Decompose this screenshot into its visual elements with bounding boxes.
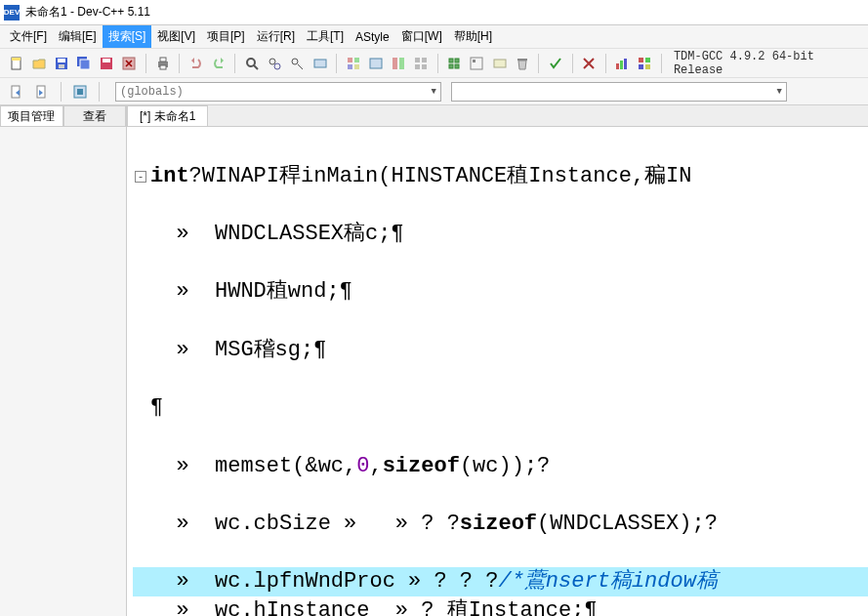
- code-text: wc.cbSize » » ? ?: [215, 512, 460, 536]
- menu-file[interactable]: 文件[F]: [4, 25, 53, 48]
- svg-rect-23: [393, 58, 397, 69]
- svg-rect-33: [471, 58, 482, 69]
- menu-search[interactable]: 搜索[S]: [103, 25, 152, 48]
- chart-icon[interactable]: [612, 53, 633, 74]
- code-text: MSG稽sg;: [215, 338, 313, 362]
- save-as-icon[interactable]: [97, 53, 117, 74]
- svg-rect-12: [160, 65, 166, 69]
- code-text: wc.hInstance » ? 稙Instance;: [215, 598, 584, 616]
- code-text: ,: [369, 454, 382, 478]
- svg-rect-25: [415, 58, 420, 62]
- code-text: sizeof: [383, 454, 460, 478]
- debug-step-icon[interactable]: [467, 53, 487, 74]
- svg-rect-22: [370, 59, 382, 68]
- toolbar-main: TDM-GCC 4.9.2 64-bit Release: [0, 49, 868, 78]
- svg-rect-21: [354, 64, 359, 69]
- menu-window[interactable]: 窗口[W]: [395, 25, 448, 48]
- menu-view[interactable]: 视图[V]: [151, 25, 201, 48]
- main-area: 项目管理 查看 [*] 未命名1 -int?WINAPI稈inMain(HINS…: [0, 105, 868, 616]
- replace-icon[interactable]: [265, 53, 285, 74]
- svg-rect-26: [422, 58, 427, 62]
- fold-icon[interactable]: -: [135, 171, 146, 183]
- save-all-icon[interactable]: [74, 53, 95, 74]
- menu-run[interactable]: 运行[R]: [251, 25, 301, 48]
- sidebar: 项目管理 查看: [0, 105, 127, 616]
- svg-rect-40: [639, 58, 643, 62]
- chevron-down-icon: ▼: [432, 87, 436, 97]
- svg-point-15: [274, 63, 280, 69]
- bookmark-back-icon[interactable]: [6, 81, 27, 103]
- editor-tab-1[interactable]: [*] 未命名1: [127, 105, 208, 126]
- app-icon: DEV: [4, 5, 20, 21]
- profile-icon[interactable]: [489, 53, 510, 74]
- trash-icon[interactable]: [512, 53, 532, 74]
- globals-dropdown-value: (globals): [120, 85, 184, 99]
- svg-rect-3: [58, 59, 65, 62]
- symbol-dropdown[interactable]: ▼: [451, 82, 787, 102]
- cancel-icon[interactable]: [578, 53, 599, 74]
- check-icon[interactable]: [545, 53, 565, 74]
- redo-icon[interactable]: [208, 53, 228, 74]
- svg-rect-27: [415, 64, 420, 69]
- print-icon[interactable]: [152, 53, 173, 74]
- insert-icon[interactable]: [69, 81, 91, 103]
- svg-rect-37: [616, 63, 619, 69]
- options-icon[interactable]: [635, 53, 655, 74]
- svg-rect-20: [348, 64, 352, 69]
- code-editor[interactable]: -int?WINAPI稈inMain(HINSTANCE稙Instance,稨I…: [127, 127, 868, 616]
- svg-rect-30: [455, 59, 459, 62]
- svg-rect-1: [12, 58, 21, 61]
- save-icon[interactable]: [51, 53, 71, 74]
- rebuild-icon[interactable]: [411, 53, 432, 74]
- svg-rect-41: [645, 58, 650, 62]
- svg-rect-28: [422, 64, 427, 69]
- sidebar-tab-view[interactable]: 查看: [63, 105, 127, 126]
- run-icon[interactable]: [365, 53, 386, 74]
- find-next-icon[interactable]: [287, 53, 308, 74]
- svg-rect-35: [494, 60, 506, 67]
- menu-edit[interactable]: 编辑[E]: [53, 25, 103, 48]
- new-file-icon[interactable]: [6, 53, 26, 74]
- code-text: memset(&wc,: [215, 454, 356, 478]
- code-text: 0: [356, 454, 369, 478]
- code-text: wc.lpfnWndProc » ? ? ?: [215, 569, 498, 594]
- code-text: (wc));?: [460, 454, 550, 478]
- svg-rect-31: [449, 64, 453, 68]
- svg-rect-4: [59, 64, 64, 68]
- menu-astyle[interactable]: AStyle: [350, 27, 395, 47]
- svg-rect-17: [314, 60, 326, 67]
- svg-rect-43: [645, 64, 650, 69]
- svg-point-16: [292, 59, 298, 64]
- find-icon[interactable]: [241, 53, 262, 74]
- debug-icon[interactable]: [444, 53, 465, 74]
- code-text: WNDCLASSEX稿c;: [215, 222, 391, 246]
- code-text: sizeof: [460, 512, 537, 536]
- sidebar-tab-project[interactable]: 项目管理: [0, 105, 63, 126]
- compile-run-icon[interactable]: [388, 53, 408, 74]
- code-text: /*鷰nsert稿indow稿: [498, 569, 717, 594]
- editor-tabs: [*] 未命名1: [127, 105, 868, 127]
- code-text: HWND稙wnd;: [215, 279, 340, 304]
- svg-rect-8: [103, 59, 110, 62]
- goto-icon[interactable]: [310, 53, 330, 74]
- open-icon[interactable]: [28, 53, 49, 74]
- menu-project[interactable]: 项目[P]: [201, 25, 251, 48]
- bookmark-fwd-icon[interactable]: [31, 81, 53, 103]
- window-title: 未命名1 - Dev-C++ 5.11: [25, 4, 150, 21]
- toolbar-secondary: (globals) ▼ ▼: [0, 78, 868, 105]
- svg-rect-18: [348, 58, 352, 62]
- svg-rect-19: [354, 58, 359, 62]
- code-text: int: [150, 164, 189, 188]
- svg-rect-38: [620, 61, 623, 69]
- svg-rect-36: [517, 59, 527, 61]
- compiler-label: TDM-GCC 4.9.2 64-bit Release: [674, 50, 862, 77]
- globals-dropdown[interactable]: (globals) ▼: [115, 82, 441, 102]
- compile-icon[interactable]: [343, 53, 363, 74]
- svg-rect-34: [473, 60, 475, 62]
- svg-rect-39: [624, 59, 627, 69]
- svg-rect-47: [77, 89, 83, 95]
- menu-help[interactable]: 帮助[H]: [448, 25, 498, 48]
- close-file-icon[interactable]: [119, 53, 140, 74]
- menu-tools[interactable]: 工具[T]: [301, 25, 350, 48]
- undo-icon[interactable]: [186, 53, 206, 74]
